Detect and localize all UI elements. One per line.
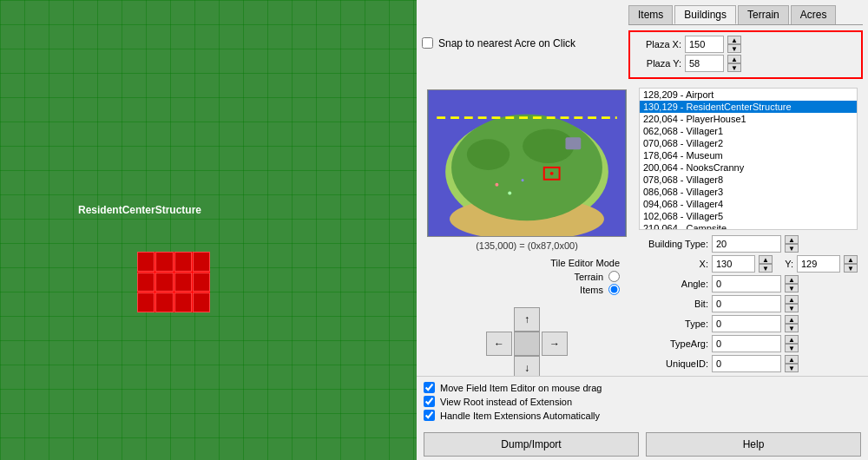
arrow-controls: ↑ ← → ↓ bbox=[427, 307, 627, 376]
minimap-coords: (135,000) = (0x87,0x00) bbox=[476, 240, 578, 251]
red-cell bbox=[137, 292, 155, 312]
plaza-x-down[interactable]: ▼ bbox=[727, 44, 741, 53]
typearg-down[interactable]: ▼ bbox=[785, 344, 799, 352]
red-cell bbox=[193, 252, 210, 272]
uniqueid-up[interactable]: ▲ bbox=[785, 355, 799, 364]
list-item[interactable]: 094,068 - Villager4 bbox=[640, 198, 857, 210]
svg-point-3 bbox=[451, 115, 602, 221]
building-type-up[interactable]: ▲ bbox=[785, 235, 799, 244]
list-item[interactable]: 062,068 - Villager1 bbox=[640, 125, 857, 137]
bit-up[interactable]: ▲ bbox=[785, 295, 799, 304]
y-down[interactable]: ▼ bbox=[844, 264, 858, 273]
move-field-checkbox[interactable] bbox=[424, 382, 435, 393]
move-field-label: Move Field Item Editor on mouse drag bbox=[440, 383, 602, 393]
snap-checkbox[interactable] bbox=[422, 37, 433, 49]
type-up[interactable]: ▲ bbox=[785, 315, 799, 324]
up-arrow-button[interactable]: ↑ bbox=[514, 307, 540, 332]
tab-acres[interactable]: Acres bbox=[791, 5, 837, 24]
x-input[interactable] bbox=[712, 255, 755, 273]
list-item[interactable]: 078,068 - Villager8 bbox=[640, 174, 857, 186]
list-item[interactable]: 200,064 - NooksCranny bbox=[640, 161, 857, 174]
items-radio-label: Items bbox=[580, 285, 603, 295]
building-type-label: Building Type: bbox=[639, 239, 708, 249]
red-cell bbox=[174, 252, 192, 272]
tab-terrain[interactable]: Terrain bbox=[738, 5, 789, 24]
type-input[interactable] bbox=[712, 315, 781, 332]
arrow-middle-row: ← → bbox=[486, 332, 568, 356]
uniqueid-down[interactable]: ▼ bbox=[785, 364, 799, 372]
list-item[interactable]: 128,209 - Airport bbox=[640, 89, 857, 101]
typearg-row: TypeArg: ▲ ▼ bbox=[639, 335, 858, 352]
bottom-buttons: Dump/Import Help bbox=[417, 429, 868, 460]
tile-editor-section: Tile Editor Mode Terrain Items bbox=[427, 258, 627, 297]
minimap[interactable] bbox=[427, 89, 627, 237]
y-up[interactable]: ▲ bbox=[844, 255, 858, 264]
red-cell bbox=[174, 292, 192, 312]
list-item[interactable]: 102,068 - Villager5 bbox=[640, 210, 857, 222]
y-input[interactable] bbox=[797, 255, 840, 273]
x-down[interactable]: ▼ bbox=[759, 264, 773, 273]
left-arrow-button[interactable]: ← bbox=[486, 332, 512, 356]
plaza-y-row: Plaza Y: ▲ ▼ bbox=[634, 55, 858, 72]
list-item[interactable]: 210,064 - Campsite bbox=[640, 222, 857, 230]
down-arrow-button[interactable]: ↓ bbox=[514, 356, 540, 376]
typearg-input[interactable] bbox=[712, 335, 781, 352]
tab-buildings[interactable]: Buildings bbox=[674, 5, 736, 24]
plaza-y-spinner: ▲ ▼ bbox=[727, 55, 741, 72]
y-spinner: ▲ ▼ bbox=[844, 255, 858, 273]
xy-row: X: ▲ ▼ Y: ▲ ▼ bbox=[639, 255, 858, 273]
list-item[interactable]: 070,068 - Villager2 bbox=[640, 137, 857, 149]
plaza-y-down[interactable]: ▼ bbox=[727, 63, 741, 72]
bit-label: Bit: bbox=[639, 299, 708, 309]
minimap-container: (135,000) = (0x87,0x00) bbox=[427, 89, 627, 251]
svg-point-11 bbox=[508, 192, 511, 195]
red-cell bbox=[155, 292, 173, 312]
tab-items[interactable]: Items bbox=[628, 5, 673, 24]
right-arrow-button[interactable]: → bbox=[542, 332, 568, 356]
angle-up[interactable]: ▲ bbox=[785, 275, 799, 284]
view-root-checkbox[interactable] bbox=[424, 396, 435, 407]
terrain-radio[interactable] bbox=[608, 271, 620, 282]
type-down[interactable]: ▼ bbox=[785, 324, 799, 332]
list-item[interactable]: 178,064 - Museum bbox=[640, 149, 857, 161]
building-footprint bbox=[137, 252, 210, 312]
list-item[interactable]: 086,068 - Villager3 bbox=[640, 186, 857, 198]
plaza-x-up[interactable]: ▲ bbox=[727, 36, 741, 44]
arrow-top-row: ↑ bbox=[514, 307, 540, 332]
type-spinner: ▲ ▼ bbox=[785, 315, 799, 332]
x-up[interactable]: ▲ bbox=[759, 255, 773, 264]
plaza-y-input[interactable] bbox=[685, 55, 724, 72]
help-button[interactable]: Help bbox=[646, 432, 861, 457]
plaza-x-input[interactable] bbox=[685, 36, 724, 53]
typearg-spinner: ▲ ▼ bbox=[785, 335, 799, 352]
bit-down[interactable]: ▼ bbox=[785, 304, 799, 312]
plaza-y-label: Plaza Y: bbox=[634, 58, 681, 69]
building-type-row: Building Type: ▲ ▼ bbox=[639, 235, 858, 253]
typearg-up[interactable]: ▲ bbox=[785, 335, 799, 344]
handle-extensions-checkbox[interactable] bbox=[424, 410, 435, 421]
x-label: X: bbox=[639, 259, 708, 269]
canvas-area: ResidentCenterStructure bbox=[0, 0, 417, 460]
list-item[interactable]: 220,064 - PlayerHouse1 bbox=[640, 113, 857, 125]
angle-input[interactable] bbox=[712, 275, 781, 292]
plaza-x-row: Plaza X: ▲ ▼ bbox=[634, 36, 858, 53]
red-cell bbox=[193, 273, 210, 292]
view-root-label: View Root instead of Extension bbox=[440, 397, 572, 407]
bit-input[interactable] bbox=[712, 295, 781, 312]
list-item[interactable]: 130,129 - ResidentCenterStructure bbox=[640, 101, 857, 113]
building-type-input[interactable] bbox=[712, 235, 781, 253]
canvas-grid bbox=[0, 0, 417, 460]
right-panel: Snap to nearest Acre on Click Items Buil… bbox=[417, 0, 868, 460]
angle-row: Angle: ▲ ▼ bbox=[639, 275, 858, 292]
plaza-y-up[interactable]: ▲ bbox=[727, 55, 741, 63]
y-label: Y: bbox=[776, 259, 793, 269]
right-data: 128,209 - Airport130,129 - ResidentCente… bbox=[639, 84, 863, 376]
uniqueid-input[interactable] bbox=[712, 355, 781, 372]
building-type-down[interactable]: ▼ bbox=[785, 244, 799, 253]
items-radio[interactable] bbox=[608, 284, 620, 295]
dump-import-button[interactable]: Dump/Import bbox=[424, 432, 639, 457]
terrain-radio-label: Terrain bbox=[574, 272, 603, 282]
tile-editor-label: Tile Editor Mode bbox=[427, 258, 627, 268]
angle-down[interactable]: ▼ bbox=[785, 284, 799, 292]
buildings-list[interactable]: 128,209 - Airport130,129 - ResidentCente… bbox=[639, 88, 858, 230]
